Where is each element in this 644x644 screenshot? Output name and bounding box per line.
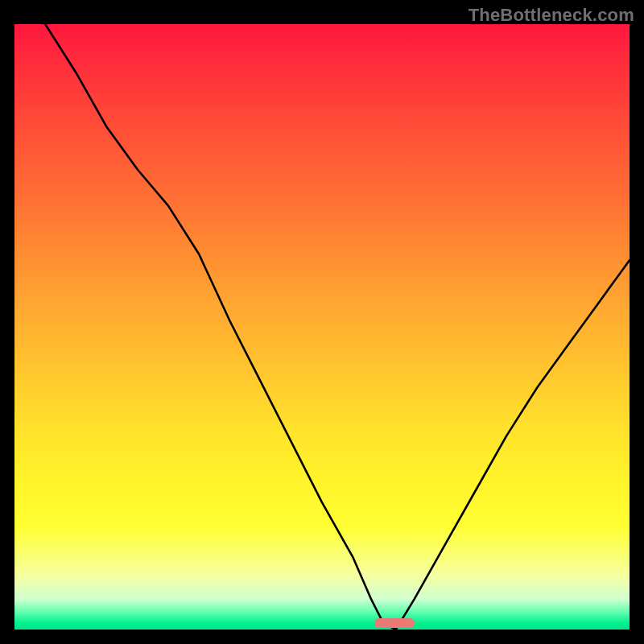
right-curve-path — [396, 260, 630, 630]
left-curve-path — [45, 24, 396, 630]
curves-svg — [14, 24, 630, 630]
plot-area — [14, 24, 630, 630]
watermark-text: TheBottleneck.com — [469, 5, 634, 26]
chart-container: { "watermark": "TheBottleneck.com", "cha… — [0, 0, 644, 644]
optimal-range-marker — [374, 618, 415, 628]
